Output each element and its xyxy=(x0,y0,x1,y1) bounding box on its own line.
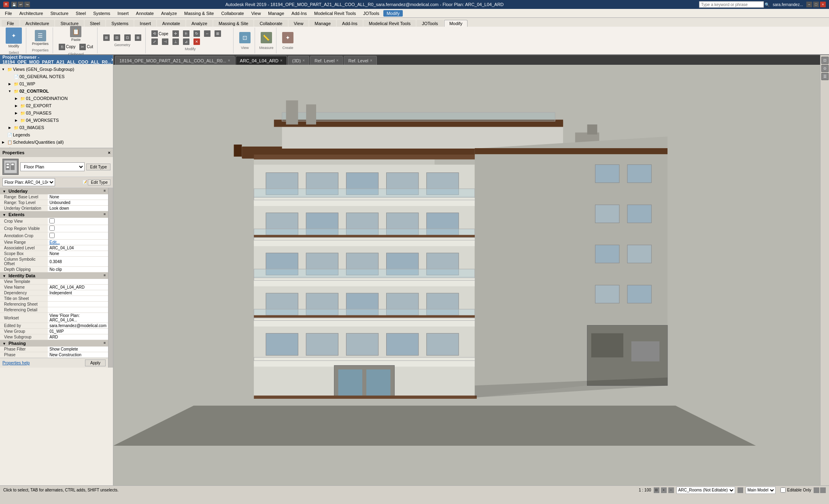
search-icon[interactable]: 🔍 xyxy=(765,2,769,7)
copy2-btn[interactable]: ⎘ xyxy=(181,30,191,37)
copy-btn[interactable]: ⎘ Copy xyxy=(57,43,77,51)
geom-btn-1[interactable]: ⊞ xyxy=(102,34,111,41)
minimize-btn[interactable]: − xyxy=(806,2,812,7)
view-tab-4[interactable]: Ref. Level× xyxy=(344,56,376,65)
rotate-btn[interactable]: ↻ xyxy=(192,30,202,37)
ribbon-tab-file[interactable]: File xyxy=(2,20,19,27)
view-tab-1[interactable]: ARC_04_L04_ARD× xyxy=(236,56,287,65)
tree-item-legends[interactable]: 📄 Legends xyxy=(0,131,113,138)
viewport[interactable] xyxy=(113,65,820,485)
modify-btn[interactable]: ✦ Modify xyxy=(4,27,23,49)
room-selector[interactable]: ARC_Rooms (Not Editable) xyxy=(676,487,735,494)
menu-item-file[interactable]: File xyxy=(2,10,15,17)
tree-item-control[interactable]: ▼ 📁 02_CONTROL xyxy=(0,87,113,95)
menu-item-annotate[interactable]: Annotate xyxy=(133,10,157,17)
quick-access-toolbar[interactable]: 💾 ↩ ↪ xyxy=(11,2,30,7)
search-input[interactable] xyxy=(699,1,764,8)
close-btn[interactable]: × xyxy=(820,2,826,7)
prop-value-cell[interactable]: Edit... xyxy=(48,240,108,245)
mirror-btn[interactable]: ↔ xyxy=(202,30,212,37)
menu-item-modify[interactable]: Modify xyxy=(383,10,403,17)
zoom-out-btn[interactable]: − xyxy=(668,487,674,493)
props-scrollbar[interactable] xyxy=(108,188,113,368)
pb-close-btn[interactable]: × xyxy=(111,57,113,63)
menu-item-massingsite[interactable]: Massing & Site xyxy=(181,10,217,17)
tree-toggle-coordination[interactable]: ▶ xyxy=(13,95,19,102)
ribbon-tab-manage[interactable]: Manage xyxy=(309,20,336,27)
tree-item-schedules[interactable]: ▶ 📋 Schedules/Quantities (all) xyxy=(0,138,113,146)
model-selector[interactable]: Main Model xyxy=(746,487,776,494)
ribbon-tab-insert[interactable]: Insert xyxy=(134,20,156,27)
workset-icon[interactable] xyxy=(738,487,743,493)
ribbon-tab-jotools[interactable]: JOTools xyxy=(417,20,443,27)
edit-type-btn[interactable]: Edit Type xyxy=(86,164,111,170)
view-cube-btn[interactable]: ⊡ xyxy=(821,57,829,64)
ribbon-tab-steel[interactable]: Steel xyxy=(85,20,105,27)
geom-btn-3[interactable]: ⊡ xyxy=(123,34,132,41)
section-expand-Phasing[interactable]: ▼ xyxy=(2,342,6,346)
menu-item-addins[interactable]: Add-Ins xyxy=(288,10,310,17)
tree-toggle-images[interactable]: ▶ xyxy=(6,124,13,131)
section-expand-Underlay[interactable]: ▼ xyxy=(2,189,6,194)
tree-toggle-worksets[interactable]: ▶ xyxy=(13,117,19,123)
prop-value-cell[interactable] xyxy=(48,218,108,225)
tree-item-wip[interactable]: ▶ 📁 01_WIP xyxy=(0,80,113,87)
tree-toggle-views[interactable]: ▼ xyxy=(0,66,6,72)
menu-item-steel[interactable]: Steel xyxy=(72,10,89,17)
prop-checkbox-annotation-crop[interactable] xyxy=(49,233,55,238)
menu-item-insert[interactable]: Insert xyxy=(114,10,132,17)
ribbon-tab-massingsite[interactable]: Massing & Site xyxy=(213,20,253,27)
section-expand-Extents[interactable]: ▼ xyxy=(2,213,6,217)
menu-item-view[interactable]: View xyxy=(248,10,264,17)
steer-wheel-btn[interactable]: ⊙ xyxy=(821,65,829,72)
menu-item-systems[interactable]: Systems xyxy=(90,10,113,17)
ribbon-tab-view[interactable]: View xyxy=(289,20,309,27)
delete-btn[interactable]: ✕ xyxy=(192,38,202,45)
prop-checkbox-crop-view[interactable] xyxy=(49,218,55,223)
menu-item-architecture[interactable]: Architecture xyxy=(16,10,47,17)
menu-item-jotools[interactable]: JOTools xyxy=(360,10,383,17)
editable-only-checkbox[interactable] xyxy=(780,487,786,493)
zoom-to-fit-btn[interactable]: ⊡ xyxy=(654,487,659,493)
tree-item-phases[interactable]: ▶ 📁 03_PHASES xyxy=(0,109,113,117)
menu-item-collaborate[interactable]: Collaborate xyxy=(218,10,247,17)
editable-only-toggle[interactable]: Editable Only xyxy=(780,487,811,493)
ribbon-tab-systems[interactable]: Systems xyxy=(106,20,134,27)
prop-value-cell[interactable] xyxy=(48,232,108,240)
properties-help-link[interactable]: Properties help xyxy=(2,361,30,365)
tab-close-4[interactable]: × xyxy=(370,58,372,63)
array-btn[interactable]: ⊞ xyxy=(213,30,223,37)
tree-item-worksets[interactable]: ▶ 📁 04_WORKSETS xyxy=(0,117,113,124)
apply-btn[interactable]: Apply xyxy=(85,359,106,366)
move-btn[interactable]: ✛ xyxy=(171,30,181,37)
tab-close-0[interactable]: × xyxy=(228,58,230,63)
tree-item-general_notes[interactable]: 📄 00_GENERAL NOTES xyxy=(0,73,113,80)
trim-btn[interactable]: ⊣ xyxy=(160,38,170,45)
ribbon-tab-addins[interactable]: Add-Ins xyxy=(337,20,363,27)
tab-close-3[interactable]: × xyxy=(336,58,339,63)
paste-btn[interactable]: 📋 Paste xyxy=(68,25,83,43)
cut-btn[interactable]: ✂ Cut xyxy=(78,43,95,51)
maximize-btn[interactable]: □ xyxy=(813,2,819,7)
tree-item-export[interactable]: ▶ 📁 02_EXPORT xyxy=(0,102,113,109)
ribbon-tab-analyze[interactable]: Analyze xyxy=(186,20,213,27)
properties-btn[interactable]: ☰ Properties xyxy=(30,29,50,47)
offset-btn[interactable]: ⊿ xyxy=(181,38,191,45)
view-tab-2[interactable]: (3D)× xyxy=(288,56,309,65)
type-dropdown[interactable]: Floor Plan xyxy=(20,162,85,171)
geom-btn-2[interactable]: ⊟ xyxy=(112,34,122,41)
menu-item-structure[interactable]: Structure xyxy=(47,10,72,17)
scale-btn[interactable]: ⤢ xyxy=(150,38,159,45)
prop-value-cell[interactable] xyxy=(48,225,108,232)
tree-item-coordination[interactable]: ▶ 📁 01_COORDINATION xyxy=(0,95,113,102)
tab-close-2[interactable]: × xyxy=(302,58,305,63)
tree-toggle-export[interactable]: ▶ xyxy=(13,102,19,109)
tree-toggle-wip[interactable]: ▶ xyxy=(6,81,13,87)
tree-toggle-legends[interactable] xyxy=(0,132,6,138)
ribbon-tab-modify[interactable]: Modify xyxy=(444,20,468,27)
split-btn[interactable]: ⊥ xyxy=(171,38,181,45)
ribbon-tab-modelicalrevittools[interactable]: Modelical Revit Tools xyxy=(363,20,416,27)
ribbon-tab-collaborate[interactable]: Collaborate xyxy=(254,20,287,27)
tree-toggle-phases[interactable]: ▶ xyxy=(13,110,19,116)
save-icon[interactable]: 💾 xyxy=(11,2,17,7)
